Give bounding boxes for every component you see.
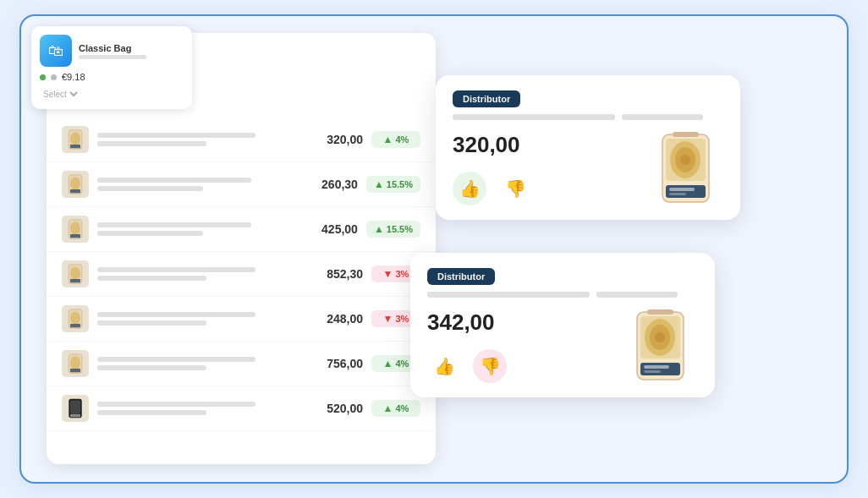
svg-point-34	[655, 332, 665, 342]
mini-card-price: €9.18	[62, 72, 85, 82]
card1-price: 320,00	[453, 132, 647, 158]
up-arrow-icon: ▲	[374, 223, 384, 235]
up-arrow-icon: ▲	[383, 134, 393, 145]
row-label-line-long	[97, 357, 255, 362]
card2-body: 342,00 👍 👎	[427, 308, 698, 384]
row-price: 425,00	[299, 222, 358, 236]
row-thumb	[62, 305, 89, 332]
row-label	[97, 267, 295, 281]
svg-point-1	[70, 132, 80, 145]
card1-product-image	[647, 130, 723, 206]
up-arrow-icon: ▲	[383, 358, 393, 369]
svg-point-25	[680, 155, 690, 165]
card1-info: 320,00 👍 👎	[453, 132, 647, 205]
main-container: 320,00 ▲ 4% 260,30 ▲ 15.5% 425,00	[19, 14, 849, 484]
list-row: 520,00 ▲ 4%	[47, 386, 436, 431]
row-label	[97, 402, 295, 415]
card1-thumbdown-button[interactable]: 👎	[498, 172, 532, 205]
card1-line-2	[622, 114, 703, 120]
card2-line-2	[596, 292, 678, 298]
row-label-line-short	[97, 141, 206, 146]
row-percent: 4%	[395, 403, 409, 413]
product-card-2: Distributor 342,00 👍 👎	[410, 253, 715, 397]
mini-card-select-wrapper[interactable]: Select	[40, 85, 182, 101]
row-label-line-short	[97, 186, 203, 191]
row-label-line-long	[97, 133, 255, 138]
row-percent: 3%	[395, 269, 409, 279]
up-arrow-icon: ▲	[383, 402, 393, 414]
svg-rect-36	[644, 365, 669, 369]
row-price: 520,00	[304, 402, 363, 415]
row-price: 852,30	[304, 267, 363, 281]
row-percent: 15.5%	[387, 224, 413, 234]
distributor-badge-1: Distributor	[453, 90, 520, 107]
list-row: 260,30 ▲ 15.5%	[47, 162, 436, 207]
status-dot	[40, 74, 46, 80]
card1-line-1	[453, 114, 615, 120]
svg-rect-29	[673, 132, 699, 137]
svg-point-16	[70, 356, 80, 369]
mini-card-icon: 🛍	[40, 35, 72, 67]
list-row: 756,00 ▲ 4%	[47, 342, 436, 386]
row-thumb	[62, 126, 89, 153]
row-label	[97, 222, 290, 236]
card2-line-1	[427, 292, 590, 298]
row-label-line-short	[97, 365, 206, 370]
svg-rect-26	[666, 185, 706, 198]
up-arrow-icon: ▲	[374, 178, 384, 190]
row-thumb	[62, 395, 89, 422]
row-label	[97, 357, 295, 370]
row-label	[97, 133, 295, 146]
card1-body: 320,00 👍 👎	[453, 130, 723, 206]
distributor-badge-2: Distributor	[427, 268, 495, 285]
list-row: 425,00 ▲ 15.5%	[47, 207, 436, 252]
row-label-line-long	[97, 178, 251, 183]
product-card-1: Distributor 320,00 👍 👎	[436, 75, 740, 220]
row-badge: ▲ 15.5%	[366, 221, 420, 238]
svg-rect-8	[70, 234, 80, 238]
list-row: 248,00 ▼ 3%	[47, 297, 436, 342]
pasta-package-svg-2	[629, 308, 692, 384]
list-row: 320,00 ▲ 4%	[47, 118, 436, 162]
row-thumb	[62, 350, 89, 377]
card2-product-image	[622, 308, 698, 384]
row-price: 248,00	[304, 312, 363, 326]
row-label-line-long	[97, 402, 255, 407]
card2-thumbup-button[interactable]: 👍	[427, 349, 461, 383]
row-percent: 4%	[395, 358, 409, 369]
mini-product-card: 🛍 Classic Bag €9.18 Select	[31, 26, 192, 109]
card2-thumbdown-button[interactable]: 👎	[473, 349, 507, 383]
row-thumb	[62, 171, 89, 198]
row-label-line-short	[97, 410, 206, 415]
card1-title-lines	[453, 114, 723, 120]
svg-rect-14	[70, 324, 80, 327]
row-label	[97, 178, 290, 191]
row-price: 320,00	[304, 133, 363, 146]
svg-point-13	[70, 311, 80, 324]
row-thumb	[62, 260, 89, 287]
row-percent: 3%	[395, 314, 409, 324]
svg-rect-17	[70, 369, 80, 372]
card2-actions: 👍 👎	[427, 349, 622, 383]
card1-actions: 👍 👎	[453, 172, 647, 205]
svg-rect-27	[669, 188, 695, 191]
card1-thumbup-button[interactable]: 👍	[453, 172, 486, 205]
row-label-line-short	[97, 276, 206, 281]
row-price: 260,30	[299, 178, 358, 191]
mini-card-select[interactable]: Select	[40, 89, 80, 100]
card2-info: 342,00 👍 👎	[427, 309, 622, 383]
mini-card-meta: €9.18	[40, 72, 182, 82]
svg-rect-19	[70, 401, 80, 413]
row-price: 756,00	[304, 357, 363, 370]
svg-rect-20	[70, 414, 80, 417]
svg-rect-2	[70, 145, 80, 148]
row-label-line-long	[97, 222, 251, 227]
svg-rect-11	[70, 279, 80, 282]
mini-card-line	[79, 55, 146, 59]
row-label-line-short	[97, 231, 203, 236]
mini-card-title: Classic Bag	[79, 43, 146, 53]
status-dot-2	[51, 74, 57, 80]
pasta-package-svg-1	[654, 130, 717, 206]
list-row: 852,30 ▼ 3%	[47, 252, 436, 297]
down-arrow-icon: ▼	[383, 268, 393, 280]
